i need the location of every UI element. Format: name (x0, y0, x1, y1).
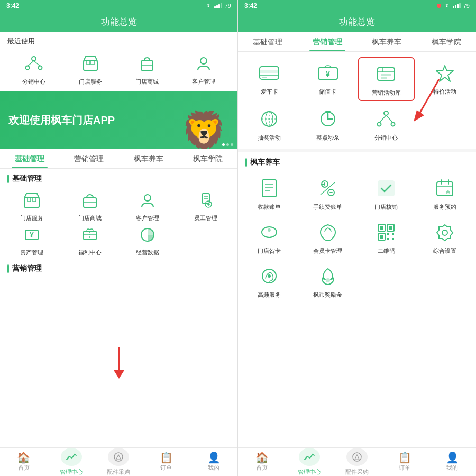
svg-rect-63 (262, 180, 276, 197)
right-tab-marketing[interactable]: 营销管理 (298, 32, 358, 51)
left-nav-parts[interactable]: 配件采购 (95, 448, 143, 476)
left-tab-basic[interactable]: 基础管理 (0, 149, 59, 168)
lottery-label: 抽奖活动 (258, 134, 281, 142)
ai-card-icon (257, 60, 282, 86)
right-branch-cell[interactable]: 分销中心 (358, 103, 415, 145)
wifi-icon (205, 3, 212, 8)
svg-rect-36 (453, 6, 454, 8)
grid-asset-mgmt[interactable]: ¥ 资产管理 (3, 223, 60, 257)
right-nav-mgmt-label: 管理中心 (298, 468, 321, 476)
member-card-cell[interactable]: 会员卡管理 (300, 216, 356, 258)
svg-rect-43 (262, 77, 267, 78)
left-status-icons: 79 (205, 3, 231, 9)
right-tab-academy[interactable]: 枫车学院 (417, 32, 477, 51)
right-mgmt-icon-circle (299, 448, 320, 466)
special-offer-cell[interactable]: 特价活动 (417, 57, 473, 101)
right-nav-orders[interactable]: 📋 订单 (381, 448, 428, 476)
right-bottom-nav: 🏠 首页 管理中心 配件采购 📋 订单 👤 我的 (238, 447, 476, 476)
maple-coin-cell[interactable]: 枫币奖励金 (300, 260, 356, 302)
svg-line-62 (386, 115, 393, 123)
right-scroll: 爱车卡 ¥ 储值卡 营销活动库 特价活动 (238, 52, 476, 447)
maintain-heading: 枫车养车 (238, 152, 476, 170)
store-card-cell[interactable]: 门店贺卡 (241, 216, 298, 258)
left-nav-mine-label: 我的 (208, 464, 219, 472)
freq-svc-cell[interactable]: 高频服务 (241, 260, 298, 302)
svg-line-61 (379, 115, 386, 123)
recent-label: 最近使用 (0, 32, 237, 48)
svg-rect-84 (380, 235, 383, 239)
grid-welfare[interactable]: 福利中心 (61, 223, 118, 257)
grid-staff-mgmt[interactable]: 员工管理 (177, 189, 234, 222)
marketing-grid: 爱车卡 ¥ 储值卡 营销活动库 特价活动 (238, 52, 476, 149)
grid-biz-data[interactable]: 经营数据 (120, 223, 177, 257)
recent-branch-label: 分销中心 (22, 78, 45, 86)
banner-lion-icon: 🦁 (181, 112, 227, 149)
proc-bill-cell[interactable]: 手续费账单 (300, 172, 356, 214)
grid-cust-mgmt[interactable]: 客户管理 (120, 189, 177, 222)
left-tab-marketing[interactable]: 营销管理 (59, 149, 118, 168)
svg-line-7 (28, 61, 34, 66)
svg-rect-2 (218, 4, 220, 8)
svg-rect-86 (392, 233, 394, 235)
svg-rect-80 (380, 226, 383, 230)
parts-icon-circle (108, 448, 129, 466)
left-nav-home[interactable]: 🏠 首页 (0, 448, 48, 476)
recent-branch-center[interactable]: 分销中心 (5, 51, 62, 86)
svg-rect-41 (260, 70, 279, 73)
right-battery-text: 79 (463, 3, 470, 9)
right-nav-home[interactable]: 🏠 首页 (238, 448, 286, 476)
left-tab-maintain[interactable]: 枫车养车 (119, 149, 178, 168)
svg-rect-9 (84, 61, 97, 70)
right-tab-basic[interactable]: 基础管理 (238, 32, 298, 51)
proc-bill-label: 手续费账单 (313, 203, 342, 211)
svg-point-92 (326, 278, 330, 282)
mgmt-icon-circle (61, 448, 82, 466)
recent-shop-mall[interactable]: 门店商城 (119, 51, 176, 86)
grid-biz-data-icon (136, 223, 159, 246)
grid-shop-mall-icon (78, 189, 102, 212)
right-nav-parts[interactable]: 配件采购 (333, 448, 381, 476)
grid-staff-mgmt-icon (194, 189, 217, 212)
right-nav-mine[interactable]: 👤 我的 (428, 448, 476, 476)
recent-customer-mgmt[interactable]: 客户管理 (176, 51, 232, 86)
ai-card-cell[interactable]: 爱车卡 (241, 57, 298, 101)
flash-sale-label: 整点秒杀 (316, 134, 340, 142)
general-set-cell[interactable]: 综合设置 (417, 216, 473, 258)
svg-rect-15 (24, 198, 39, 207)
left-tab-academy[interactable]: 枫车学院 (178, 149, 237, 168)
svg-point-91 (268, 274, 271, 278)
svg-point-6 (38, 66, 42, 70)
recv-bill-icon (257, 176, 282, 201)
stored-val-label: 储值卡 (319, 88, 336, 96)
right-time: 3:42 (244, 2, 257, 10)
grid-shop-svc[interactable]: 门店服务 (3, 189, 60, 222)
grid-shop-mall[interactable]: 门店商城 (61, 189, 118, 222)
right-tab-maintain[interactable]: 枫车养车 (357, 32, 417, 51)
grid-asset-mgmt-icon: ¥ (20, 223, 43, 246)
qrcode-cell[interactable]: 二维码 (358, 216, 415, 258)
svc-appt-cell[interactable]: 服务预约 (417, 172, 473, 214)
store-verify-cell[interactable]: 门店核销 (358, 172, 415, 214)
left-nav-mine[interactable]: 👤 我的 (190, 448, 237, 476)
right-parts-icon-circle (346, 448, 368, 466)
recent-shop-service[interactable]: 门店服务 (62, 51, 118, 86)
grid-cust-mgmt-label: 客户管理 (136, 214, 159, 222)
left-tab-bar: 基础管理 营销管理 枫车养车 枫车学院 (0, 149, 237, 169)
recv-bill-label: 收款账单 (258, 203, 281, 211)
flash-sale-cell[interactable]: 整点秒杀 (300, 103, 356, 145)
right-nav-mgmt[interactable]: 管理中心 (286, 448, 333, 476)
mkt-activity-icon (373, 61, 399, 87)
lottery-cell[interactable]: 抽奖活动 (241, 103, 298, 145)
left-nav-mgmt[interactable]: 管理中心 (48, 448, 95, 476)
left-nav-orders[interactable]: 📋 订单 (142, 448, 190, 476)
flash-sale-icon (315, 106, 341, 132)
svg-text:¥: ¥ (326, 70, 330, 78)
stored-val-cell[interactable]: ¥ 储值卡 (300, 57, 356, 101)
home-icon: 🏠 (17, 452, 30, 463)
right-nav-orders-label: 订单 (399, 464, 410, 472)
ai-card-label: 爱车卡 (261, 88, 278, 96)
mkt-activity-cell[interactable]: 营销活动库 (358, 57, 415, 101)
recv-bill-cell[interactable]: 收款账单 (241, 172, 298, 214)
grid-welfare-icon (78, 223, 102, 246)
svg-point-89 (442, 230, 447, 235)
